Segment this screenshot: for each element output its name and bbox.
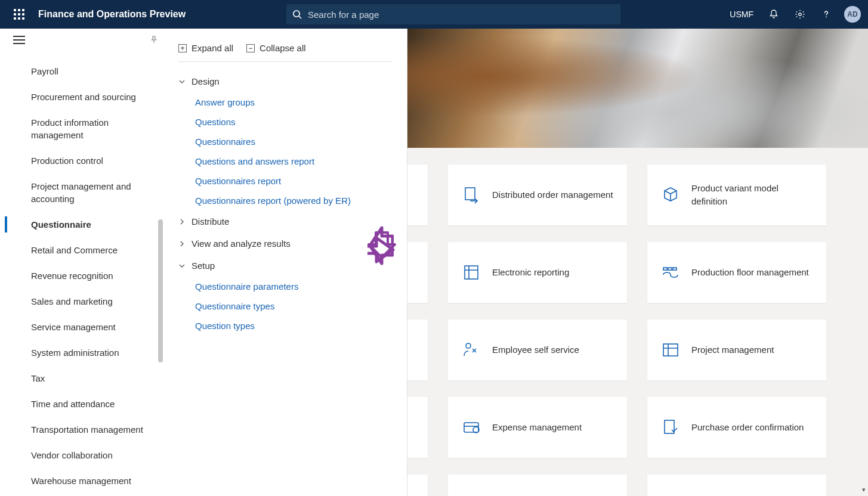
search-icon xyxy=(292,10,302,19)
sidebar-item[interactable]: Procurement and sourcing xyxy=(0,84,164,110)
sidebar-item[interactable]: Time and attendance xyxy=(0,391,164,417)
svg-rect-4 xyxy=(465,188,475,200)
doc-arrow-icon xyxy=(461,185,481,205)
help-icon[interactable] xyxy=(814,0,838,29)
sidebar-item[interactable]: Payroll xyxy=(0,58,164,84)
workspace-card[interactable] xyxy=(407,320,428,380)
flyout-link[interactable]: Questions xyxy=(195,112,393,132)
flyout-link[interactable]: Question types xyxy=(195,316,393,336)
workspace-label: Distributed order management xyxy=(492,188,613,202)
avatar[interactable]: AD xyxy=(844,6,861,23)
workspace-label: Employee self service xyxy=(492,343,579,356)
workspace-label: Production floor management xyxy=(691,266,809,279)
workspace-card[interactable] xyxy=(407,242,428,303)
bell-icon[interactable] xyxy=(762,0,786,29)
factory-icon xyxy=(660,262,681,283)
sidebar-item[interactable]: Sales and marketing xyxy=(0,289,164,314)
svg-rect-11 xyxy=(464,423,478,432)
chevron-down-icon[interactable]: ▾ xyxy=(862,486,866,494)
search-box[interactable] xyxy=(286,4,620,24)
cube-icon xyxy=(660,185,681,205)
workspace-card[interactable] xyxy=(407,165,428,225)
flyout-group-title: View and analyze results xyxy=(191,238,291,249)
workspace-card[interactable]: Project management xyxy=(647,320,826,380)
svg-rect-7 xyxy=(668,268,672,270)
svg-point-3 xyxy=(826,16,827,17)
flyout-link[interactable]: Questionnaires report (powered by ER) xyxy=(195,191,393,210)
hamburger-icon[interactable] xyxy=(13,36,25,44)
sidebar: PayrollProcurement and sourcingProduct i… xyxy=(0,29,164,496)
flyout-actions: + Expand all − Collapse all xyxy=(178,29,393,62)
search-input[interactable] xyxy=(308,10,614,20)
svg-point-2 xyxy=(799,13,801,16)
workspace-card[interactable]: Electronic reporting xyxy=(448,242,627,303)
sidebar-item[interactable]: Vendor collaboration xyxy=(0,442,164,468)
flyout-link[interactable]: Questionnaire parameters xyxy=(195,277,393,296)
workspace-label: Electronic reporting xyxy=(492,266,569,279)
flyout-group-title: Distribute xyxy=(191,216,229,227)
flyout-link[interactable]: Questionnaires report xyxy=(195,171,393,191)
workspace-card[interactable]: Employee self service xyxy=(448,320,627,380)
flyout-group-title: Setup xyxy=(191,261,215,271)
doc-check-icon xyxy=(660,417,681,438)
workspace-label: Expense management xyxy=(492,421,582,434)
workspace-card[interactable]: Expense management xyxy=(448,397,627,458)
scrollbar-thumb[interactable] xyxy=(158,219,163,362)
gear-icon[interactable] xyxy=(788,0,812,29)
sidebar-item[interactable]: Retail and Commerce xyxy=(0,237,164,263)
module-list[interactable]: PayrollProcurement and sourcingProduct i… xyxy=(0,51,164,496)
flyout-link[interactable]: Answer groups xyxy=(195,92,393,112)
chevron-right-icon xyxy=(178,218,186,225)
expand-icon: + xyxy=(178,44,187,52)
chevron-right-icon xyxy=(178,240,186,247)
svg-rect-10 xyxy=(663,344,678,356)
svg-line-1 xyxy=(299,16,301,18)
svg-point-9 xyxy=(466,343,471,348)
svg-point-0 xyxy=(294,11,299,17)
sheet-grid-icon xyxy=(461,262,481,283)
svg-rect-5 xyxy=(465,266,478,279)
workspace-card[interactable]: Purchase order confirmation xyxy=(647,397,826,458)
workspace-label: Purchase order confirmation xyxy=(691,421,804,434)
sidebar-item[interactable]: Project management and accounting xyxy=(0,173,164,212)
workspace-card[interactable]: Distributed order management xyxy=(448,165,627,225)
collapse-icon: − xyxy=(246,44,255,52)
flyout-link[interactable]: Questions and answers report xyxy=(195,151,393,171)
flyout-group-header[interactable]: Design xyxy=(178,70,393,92)
sidebar-item[interactable]: Warehouse management xyxy=(0,468,164,494)
flyout-group-header[interactable]: Setup xyxy=(178,255,393,277)
content-area: Distributed order managementProduct vari… xyxy=(407,29,868,496)
flyout-link[interactable]: Questionnaire types xyxy=(195,296,393,316)
flyout-group-header[interactable]: Distribute xyxy=(178,210,393,232)
flyout-group-header[interactable]: View and analyze results xyxy=(178,232,393,255)
app-launcher-icon[interactable] xyxy=(5,0,33,29)
pin-icon[interactable] xyxy=(150,36,158,44)
flyout-link[interactable]: Questionnaires xyxy=(195,132,393,151)
sidebar-item[interactable]: Questionnaire xyxy=(0,212,164,237)
sidebar-item[interactable]: Production control xyxy=(0,148,164,173)
workspace-card[interactable] xyxy=(407,475,428,496)
svg-rect-6 xyxy=(663,268,667,270)
sidebar-item[interactable]: Product information management xyxy=(0,110,164,148)
sidebar-item[interactable]: Transportation management xyxy=(0,417,164,442)
workspace-card[interactable]: Purchase order preparation xyxy=(647,475,826,496)
workspace-card[interactable]: Feature management xyxy=(448,475,627,496)
workspace-card[interactable] xyxy=(407,397,428,458)
workspace-card[interactable]: Production floor management xyxy=(647,242,826,303)
flyout-group-title: Design xyxy=(191,76,220,86)
sidebar-item[interactable]: Tax xyxy=(0,365,164,391)
collapse-all-button[interactable]: − Collapse all xyxy=(246,43,306,53)
sidebar-top xyxy=(0,29,164,51)
workspace-card[interactable]: Product variant model definition xyxy=(647,165,826,225)
company-selector[interactable]: USMF xyxy=(724,10,759,19)
expand-all-label: Expand all xyxy=(191,43,233,53)
sidebar-item[interactable]: Service management xyxy=(0,314,164,340)
workspace-grid: Distributed order managementProduct vari… xyxy=(407,148,868,496)
header-right: USMF AD xyxy=(724,0,863,29)
chevron-down-icon xyxy=(178,262,186,269)
topbar: Finance and Operations Preview USMF AD xyxy=(0,0,868,29)
sidebar-item[interactable]: System administration xyxy=(0,340,164,365)
expand-all-button[interactable]: + Expand all xyxy=(178,43,233,53)
card-icon xyxy=(461,417,481,438)
sidebar-item[interactable]: Revenue recognition xyxy=(0,263,164,289)
